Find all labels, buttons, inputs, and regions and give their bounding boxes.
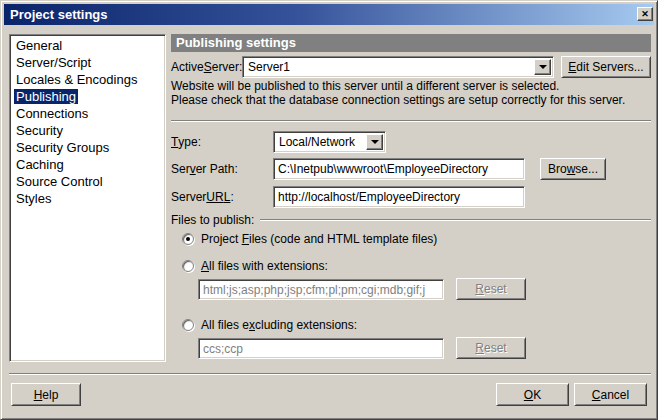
- close-button[interactable]: ✕: [637, 7, 653, 21]
- with-extensions-input: [198, 279, 444, 300]
- separator: [171, 120, 651, 122]
- excluding-extensions-input: [198, 338, 444, 359]
- sidebar-item-styles[interactable]: Styles: [11, 190, 164, 207]
- sidebar-item-publishing[interactable]: Publishing: [11, 88, 164, 105]
- footer-separator: [9, 373, 651, 375]
- radio-all-excluding-extensions-label: All files excluding extensions:: [201, 318, 357, 332]
- server-type-value: Local/Network: [274, 135, 366, 149]
- sidebar-item-caching[interactable]: Caching: [11, 156, 164, 173]
- window-title: Project settings: [10, 7, 108, 22]
- server-type-combobox[interactable]: Local/Network: [273, 131, 386, 153]
- radio-all-with-extensions-label: All files with extensions:: [201, 259, 328, 273]
- sidebar-item-security-groups[interactable]: Security Groups: [11, 139, 164, 156]
- reset-excluding-extensions-button: Reset: [456, 337, 526, 359]
- chevron-down-icon: [539, 65, 547, 73]
- help-button[interactable]: Help: [11, 383, 81, 406]
- edit-servers-button[interactable]: Edit Servers...: [561, 56, 651, 78]
- active-server-dropdown-button[interactable]: [534, 59, 551, 75]
- server-path-input[interactable]: [273, 158, 525, 180]
- radio-button-icon[interactable]: [182, 233, 194, 245]
- publish-description-line2: Please check that the database connectio…: [171, 93, 625, 107]
- sidebar-item-server-script[interactable]: Server/Script: [11, 54, 164, 71]
- browse-button[interactable]: Browse...: [540, 158, 606, 180]
- settings-category-list[interactable]: General Server/Script Locales & Encoding…: [9, 34, 166, 362]
- active-server-label: Active Server:: [171, 56, 242, 78]
- chevron-down-icon: [371, 140, 379, 148]
- sidebar-item-security[interactable]: Security: [11, 122, 164, 139]
- server-type-dropdown-button[interactable]: [366, 134, 383, 150]
- radio-button-icon[interactable]: [182, 319, 194, 331]
- radio-button-icon[interactable]: [182, 260, 194, 272]
- titlebar: Project settings: [4, 4, 654, 25]
- radio-project-files-label: Project Files (code and HTML template fi…: [201, 232, 437, 246]
- project-settings-dialog: Project settings ✕ General Server/Script…: [0, 0, 658, 420]
- radio-all-files-with-extensions[interactable]: All files with extensions:: [182, 258, 328, 274]
- close-icon: ✕: [641, 10, 649, 19]
- sidebar-item-source-control[interactable]: Source Control: [11, 173, 164, 190]
- server-path-label: Server Path:: [171, 158, 238, 180]
- ok-button[interactable]: OK: [496, 383, 569, 406]
- radio-all-files-excluding-extensions[interactable]: All files excluding extensions:: [182, 317, 357, 333]
- server-url-input[interactable]: [273, 186, 525, 208]
- server-url-label: Server URL:: [171, 186, 234, 208]
- active-server-combobox[interactable]: Server1: [242, 56, 554, 78]
- files-to-publish-group-label: Files to publish:: [171, 212, 254, 228]
- type-label: Type:: [171, 131, 201, 153]
- files-group-separator: [260, 219, 651, 221]
- section-header: Publishing settings: [171, 34, 651, 52]
- cancel-button[interactable]: Cancel: [574, 383, 647, 406]
- sidebar-item-general[interactable]: General: [11, 37, 164, 54]
- publish-description-line1: Website will be published to this server…: [171, 79, 559, 93]
- sidebar-item-connections[interactable]: Connections: [11, 105, 164, 122]
- radio-project-files[interactable]: Project Files (code and HTML template fi…: [182, 231, 437, 247]
- reset-with-extensions-button: Reset: [456, 278, 526, 300]
- active-server-value: Server1: [243, 60, 534, 74]
- sidebar-item-locales-encodings[interactable]: Locales & Encodings: [11, 71, 164, 88]
